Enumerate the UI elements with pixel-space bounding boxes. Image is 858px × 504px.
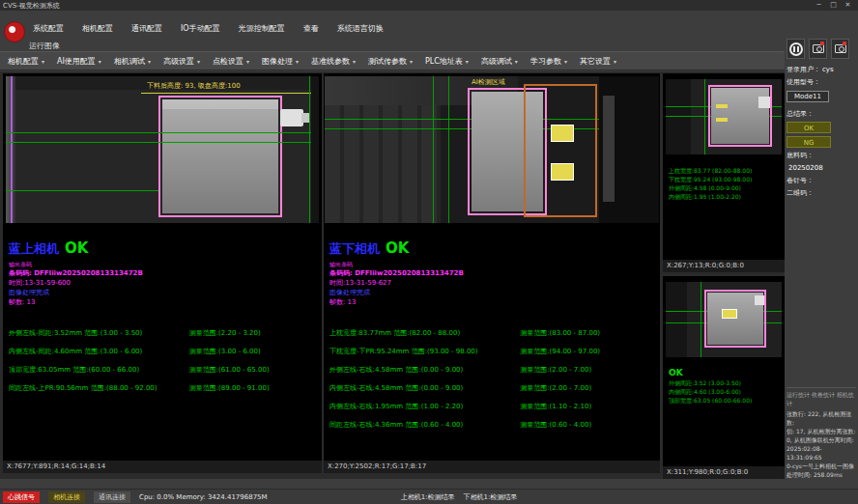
connector-part bbox=[755, 295, 764, 305]
stats-line: 2025:02:08-13:31:09:65 bbox=[786, 444, 856, 462]
maximize-button[interactable]: □ bbox=[826, 0, 841, 11]
tb-learn-params[interactable]: 学习参数▾ bbox=[530, 56, 567, 67]
chevron-down-icon: ▾ bbox=[353, 58, 356, 65]
tab-run-image[interactable]: 运行图像 bbox=[29, 41, 60, 51]
minimize-button[interactable]: ─ bbox=[812, 0, 826, 11]
menu-light-control-config[interactable]: 光源控制配置 bbox=[237, 22, 287, 35]
camera1-image-view[interactable]: 下料后高度: 93, 吸盘高度:100 bbox=[6, 76, 319, 223]
camera-top-button[interactable] bbox=[809, 39, 827, 59]
camera1-name: 蓝上相机 bbox=[9, 241, 59, 256]
sidebar-buttons bbox=[786, 39, 856, 59]
camera2-time: 时间:13-31-59-627 bbox=[329, 278, 658, 288]
menu-comm-config[interactable]: 通讯配置 bbox=[129, 22, 164, 35]
highlight-feature bbox=[551, 163, 574, 181]
tb-advanced-settings[interactable]: 高级设置▾ bbox=[163, 56, 200, 67]
stats-line: 切: 17, 从机检测分离张数: bbox=[786, 427, 856, 435]
tb-other-settings[interactable]: 其它设置▾ bbox=[580, 56, 616, 67]
measure-value: 下枕宽度-下PR:95.24mm 范围:(93.00 - 98.00) bbox=[329, 347, 520, 356]
tb-ai-config[interactable]: AI使用配置▾ bbox=[57, 56, 101, 67]
tb-label: AI使用配置 bbox=[57, 56, 96, 67]
measure-line bbox=[6, 190, 158, 191]
camera3-pixel-coords: X:267;Y:13;R:0;G:0;B:0 bbox=[663, 260, 785, 272]
camera2-barcode: 条码码: DFFIiiw2025020813313472B bbox=[329, 268, 658, 278]
measure-row: 上枕宽度:83.77mm 范围:(82.00 - 88.00)测量范围:(83.… bbox=[329, 328, 658, 338]
measure-range: 测量范围:(2.00 - 7.00) bbox=[520, 365, 658, 375]
measure-value: 外侧左线-间距:3.52mm 范围:(3.00 - 3.50) bbox=[9, 328, 189, 338]
camera2-pixel-coords: X:270;Y:2502;R:17;G:17;B:17 bbox=[324, 461, 660, 473]
highlight-feature bbox=[716, 104, 728, 108]
stats-line: 0, 从机图像联机分离时间: bbox=[786, 435, 856, 444]
tb-test-params[interactable]: 测试传参数▾ bbox=[368, 56, 413, 67]
tb-advanced-debug[interactable]: 高级调试▾ bbox=[481, 56, 518, 67]
measure-line-text: 内侧间距:1.95 (1.00-2.20) bbox=[669, 192, 783, 201]
heartbeat-badge: 心跳信号 bbox=[3, 491, 40, 503]
material-code-label: 底料码： bbox=[786, 152, 856, 160]
camera2-process-status: 图像处理完成 bbox=[329, 288, 658, 297]
camera3-measurements: 上枕宽度:83.77 (82.00-88.00) 下枕宽度:95.24 (93.… bbox=[669, 166, 783, 201]
menu-camera-config[interactable]: 相机配置 bbox=[80, 22, 115, 35]
tb-spot-check[interactable]: 点检设置▾ bbox=[213, 56, 249, 67]
login-user-value: cys bbox=[822, 66, 834, 73]
tb-camera-config[interactable]: 相机配置▾ bbox=[8, 56, 44, 67]
menu-system-config[interactable]: 系统配置 bbox=[31, 22, 66, 35]
camera2-image-view[interactable]: AI检测区域 bbox=[325, 76, 659, 223]
measure-range: 测量范围:(2.20 - 3.20) bbox=[189, 328, 320, 338]
camera1-barcode: 条码码: DFFIiiw2025020813313472B bbox=[9, 268, 320, 278]
measure-row: 外侧左线-间距:3.52mm 范围:(3.00 - 3.50)测量范围:(2.2… bbox=[9, 328, 320, 338]
camera1-frame-count: 帧数: 13 bbox=[9, 297, 320, 307]
toolbar: 相机配置▾ AI使用配置▾ 相机调试▾ 高级设置▾ 点检设置▾ 图像处理▾ 基准… bbox=[0, 51, 785, 70]
window-controls: ─ □ ✕ bbox=[812, 0, 855, 11]
scene-shape bbox=[603, 96, 615, 202]
tb-plc-address[interactable]: PLC地址表▾ bbox=[425, 56, 469, 67]
part-block bbox=[162, 99, 278, 213]
run-statistics-block: 运行统计 收卷统计 相机统计 张数行: 222, 从机检测张数: 切: 17, … bbox=[786, 387, 856, 479]
chevron-down-icon: ▾ bbox=[148, 58, 151, 65]
tb-baseline-params[interactable]: 基准线参数▾ bbox=[311, 56, 356, 67]
tb-label: 相机配置 bbox=[8, 56, 39, 67]
menubar: 系统配置 相机配置 通讯配置 IO手动配置 光源控制配置 查看 系统语言切换 运… bbox=[0, 11, 858, 51]
connector-tip bbox=[301, 113, 309, 123]
measure-line bbox=[433, 76, 434, 223]
measure-range: 测量范围:(89.00 - 91.00) bbox=[189, 383, 320, 393]
camera1-measurements: 外侧左线-间距:3.52mm 范围:(3.00 - 3.50)测量范围:(2.2… bbox=[9, 328, 320, 393]
measure-value: 外侧左线-右线:4.58mm 范围:(0.00 - 9.00) bbox=[329, 365, 520, 375]
tb-image-process[interactable]: 图像处理▾ bbox=[262, 56, 299, 67]
measure-line-text: 内侧间距:4.60 (3.00-6.00) bbox=[669, 387, 783, 396]
measure-line-text: 顶部宽度:63.05 (60.00-66.00) bbox=[669, 396, 783, 405]
tb-camera-debug[interactable]: 相机调试▾ bbox=[114, 56, 151, 67]
chevron-down-icon: ▾ bbox=[42, 58, 44, 65]
chevron-down-icon: ▾ bbox=[197, 58, 200, 65]
ai-region-outline bbox=[524, 84, 597, 217]
camera4-image-view[interactable] bbox=[666, 282, 782, 357]
measure-range: 测量范围:(1.10 - 2.10) bbox=[520, 402, 658, 411]
chevron-down-icon: ▾ bbox=[296, 58, 299, 65]
menu-language-switch[interactable]: 系统语言切换 bbox=[335, 22, 386, 35]
camera-bottom-button[interactable] bbox=[831, 39, 849, 59]
record-dot-icon bbox=[820, 42, 824, 45]
close-button[interactable]: ✕ bbox=[841, 0, 855, 11]
measure-value: 顶部宽度:63.05mm 范围:(60.00 - 66.00) bbox=[9, 365, 189, 375]
stats-header: 运行统计 收卷统计 相机统计 bbox=[786, 387, 856, 407]
camera3-panel: 上枕宽度:83.77 (82.00-88.00) 下枕宽度:95.24 (93.… bbox=[663, 73, 785, 272]
menu-view[interactable]: 查看 bbox=[301, 22, 321, 35]
camera-up-result-status: 上相机1:检测结果 bbox=[401, 492, 455, 502]
tb-label: 基准线参数 bbox=[311, 56, 350, 67]
login-user-label: 登录用户： bbox=[786, 66, 820, 73]
camera2-output-tag: 输出条码 bbox=[329, 261, 658, 268]
camera1-pixel-coords: X:7677;Y:891;R:14;G:14;B:14 bbox=[3, 461, 322, 473]
model-value-box[interactable]: Mode11 bbox=[786, 91, 829, 102]
connector-part bbox=[280, 109, 303, 126]
measure-row: 内侧左线-右线:1.95mm 范围:(1.00 - 2.20)测量范围:(1.1… bbox=[329, 402, 658, 411]
measure-value: 间距左线-上PR:90.56mm 范围:(88.00 - 92.00) bbox=[9, 383, 189, 393]
measure-line bbox=[6, 142, 319, 143]
result-badge-ok: OK bbox=[786, 122, 831, 133]
measure-range: 测量范围:(94.00 - 97.00) bbox=[520, 347, 658, 356]
pause-button[interactable] bbox=[786, 39, 805, 59]
menu-io-manual-config[interactable]: IO手动配置 bbox=[179, 22, 222, 35]
right-sidebar: 登录用户：cys 使用型号： Mode11 总结果： OK NG 底料码： 20… bbox=[786, 39, 856, 481]
measure-line-text: 上枕宽度:83.77 (82.00-88.00) bbox=[669, 166, 783, 175]
measure-range: 测量范围:(2.00 - 7.00) bbox=[520, 383, 658, 393]
camera4-measurements: OK 外侧间距:3.52 (3.00-3.50) 内侧间距:4.60 (3.00… bbox=[669, 367, 783, 405]
camera1-process-status: 图像处理完成 bbox=[9, 288, 320, 297]
camera3-image-view[interactable] bbox=[666, 79, 782, 154]
